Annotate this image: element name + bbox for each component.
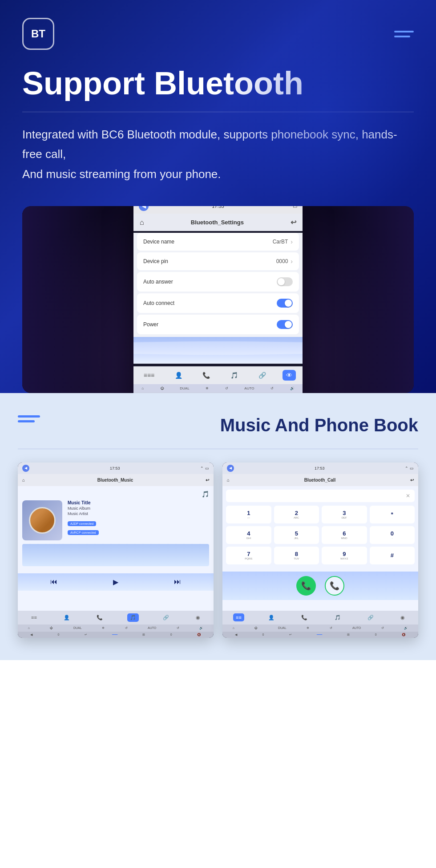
music-nav-link[interactable]: 🔗 xyxy=(160,613,172,622)
phone-home-icon[interactable]: ⌂ xyxy=(227,478,230,483)
dial-9[interactable]: 9WXYZ xyxy=(322,547,367,564)
phone-nav-eye[interactable]: ◉ xyxy=(398,613,408,622)
dial-hash[interactable]: # xyxy=(370,547,415,564)
ps-dual: DUAL xyxy=(278,626,287,629)
sys-vol[interactable]: 🔊 xyxy=(290,386,295,390)
sys-sync[interactable]: ↺ xyxy=(270,386,274,390)
ms2-slider[interactable]: ━━━ xyxy=(112,633,117,637)
music-content: 🎵 Music Title Music Album Music Artist A… xyxy=(18,486,214,611)
ms2-enter[interactable]: ↵ xyxy=(85,633,87,637)
phone-content: ✕ 1— 2ABC 3DEF * 4GHI 5JKL 6MNO 0· 7PQRS… xyxy=(222,486,418,611)
device-name-row[interactable]: Device name CarBT › xyxy=(137,233,299,251)
clear-btn[interactable]: ✕ xyxy=(406,493,410,499)
phone-nav-call[interactable]: 📞 xyxy=(299,613,310,622)
dial-8[interactable]: 8TUV xyxy=(274,547,319,564)
music-home-icon[interactable]: ⌂ xyxy=(22,478,25,483)
auto-connect-toggle[interactable] xyxy=(277,299,293,308)
screen-system-bar: ⌂ ⏻ DUAL ❄ ↺ AUTO ↺ 🔊 xyxy=(133,384,303,393)
nav-link-icon[interactable]: 🔗 xyxy=(255,370,270,381)
ps2-grid[interactable]: ⊞ xyxy=(347,633,350,637)
music-album: Music Album xyxy=(68,506,209,511)
ps2-enter[interactable]: ↵ xyxy=(289,633,292,637)
music-player: 🎵 Music Title Music Album Music Artist A… xyxy=(18,486,214,573)
car-dash-right xyxy=(334,206,414,393)
ps-home[interactable]: ⌂ xyxy=(233,626,234,629)
ms-vol[interactable]: 🔊 xyxy=(199,626,203,630)
dial-0[interactable]: 0· xyxy=(370,526,415,544)
sys-loop[interactable]: ↺ xyxy=(225,386,228,390)
ps-power[interactable]: ⏻ xyxy=(254,626,258,629)
dial-7[interactable]: 7PQRS xyxy=(226,547,271,564)
wave-decoration xyxy=(133,337,303,364)
music-back-btn[interactable]: ◀ xyxy=(22,465,29,472)
nav-music-icon[interactable]: 🎵 xyxy=(227,370,242,381)
music-nav-eye[interactable]: ◉ xyxy=(193,613,203,622)
phone-nav-link[interactable]: 🔗 xyxy=(365,613,376,622)
nav-eye-icon[interactable]: 👁 xyxy=(283,370,296,381)
prev-btn[interactable]: ⏮ xyxy=(50,578,57,586)
play-btn[interactable]: ▶ xyxy=(113,578,118,586)
ms-home[interactable]: ⌂ xyxy=(28,626,30,629)
hero-section: BT Support Bluetooth Integrated with BC6… xyxy=(0,0,436,393)
ps2-slider[interactable]: ━━━ xyxy=(317,633,322,637)
ms-loop[interactable]: ↺ xyxy=(125,626,128,630)
ms2-back[interactable]: ◀ xyxy=(30,633,32,637)
ms2-zero: 0 xyxy=(57,633,59,636)
sys-home[interactable]: ⌂ xyxy=(141,386,144,390)
dial-grid: 1— 2ABC 3DEF * 4GHI 5JKL 6MNO 0· 7PQRS 8… xyxy=(226,506,415,564)
phone-nav-contacts[interactable]: 👤 xyxy=(266,613,277,622)
call-cancel-button[interactable]: 📞 xyxy=(325,576,344,596)
car-mockup: ◀ 17:53 ⌃ ▭ ⌂ Bluetooth_Settings ↩ Devic… xyxy=(22,206,414,393)
ms-power[interactable]: ⏻ xyxy=(50,626,53,629)
music-back-arrow[interactable]: ↩ xyxy=(206,478,209,483)
dial-6[interactable]: 6MNO xyxy=(322,526,367,544)
music-nav-music[interactable]: 🎵 xyxy=(127,613,139,622)
call-button[interactable]: 📞 xyxy=(296,576,316,596)
device-name-label: Device name xyxy=(143,239,174,245)
ms2-grid[interactable]: ⊞ xyxy=(142,633,145,637)
menu-icon[interactable] xyxy=(394,31,414,37)
phone-nav-menu[interactable]: ≡≡ xyxy=(233,613,244,621)
phone-back-btn[interactable]: ◀ xyxy=(227,465,234,472)
dial-input[interactable]: ✕ xyxy=(226,490,415,502)
dial-2[interactable]: 2ABC xyxy=(274,506,319,523)
dial-1[interactable]: 1— xyxy=(226,506,271,523)
auto-answer-toggle[interactable] xyxy=(277,277,293,286)
next-btn[interactable]: ⏭ xyxy=(174,578,181,586)
auto-answer-row[interactable]: Auto answer xyxy=(137,272,299,292)
dial-4[interactable]: 4GHI xyxy=(226,526,271,544)
phone-back-arrow[interactable]: ↩ xyxy=(410,478,414,483)
dial-star[interactable]: * xyxy=(370,506,415,523)
music-art-area: Music Title Music Album Music Artist A2D… xyxy=(22,500,209,540)
music-disc xyxy=(29,507,56,534)
ms-sync[interactable]: ↺ xyxy=(177,626,179,630)
back-arrow-icon[interactable]: ↩ xyxy=(291,218,296,227)
hero-divider xyxy=(22,112,414,112)
ps-vol[interactable]: 🔊 xyxy=(404,626,408,630)
nav-call-icon[interactable]: 📞 xyxy=(199,370,214,381)
dial-5[interactable]: 5JKL xyxy=(274,526,319,544)
power-toggle[interactable] xyxy=(277,320,293,329)
ps-loop[interactable]: ↺ xyxy=(330,626,332,630)
ps2-back[interactable]: ◀ xyxy=(235,633,237,637)
music-note-icon: 🎵 xyxy=(202,491,209,498)
phone-nav-music[interactable]: 🎵 xyxy=(332,613,343,622)
screen-back-button[interactable]: ◀ xyxy=(139,206,149,211)
music-nav-call[interactable]: 📞 xyxy=(94,613,105,622)
home-icon[interactable]: ⌂ xyxy=(140,219,144,227)
ps2-mute[interactable]: 🔇 xyxy=(402,633,406,637)
music-title: Music Title xyxy=(68,500,209,505)
car-dash-left xyxy=(22,206,102,393)
power-row[interactable]: Power xyxy=(137,315,299,334)
dial-3[interactable]: 3DEF xyxy=(322,506,367,523)
nav-menu-icon[interactable]: ≡≡≡ xyxy=(140,370,158,381)
ps-sync[interactable]: ↺ xyxy=(381,626,384,630)
device-pin-row[interactable]: Device pin 0000 › xyxy=(137,252,299,270)
music-nav-contacts[interactable]: 👤 xyxy=(61,613,73,622)
ms2-mute[interactable]: 🔇 xyxy=(197,633,201,637)
auto-connect-row[interactable]: Auto connect xyxy=(137,293,299,313)
music-nav-menu[interactable]: ≡≡ xyxy=(28,613,40,621)
section-menu-icon[interactable] xyxy=(18,415,40,422)
sys-power[interactable]: ⏻ xyxy=(160,386,164,390)
nav-contacts-icon[interactable]: 👤 xyxy=(171,370,186,381)
